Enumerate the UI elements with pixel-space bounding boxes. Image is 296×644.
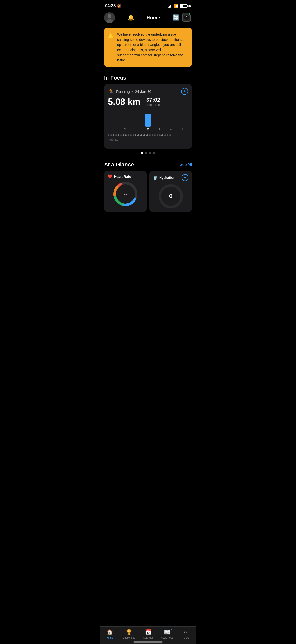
progress-dot — [133, 134, 134, 136]
stat-time: 37:02 Total Time — [146, 97, 160, 107]
bar-T2: T — [176, 112, 188, 131]
progress-dot — [146, 134, 148, 136]
heart-rate-header: ❤️ Heart Rate — [107, 174, 143, 179]
progress-dot — [130, 134, 132, 136]
app-header: 🔔 Home 🔄 10 — [100, 10, 196, 26]
svg-point-1 — [107, 14, 111, 18]
day-label-t1: T — [159, 128, 160, 131]
alert-banner: ⚠️ We have resolved the underlying issue… — [104, 28, 192, 67]
progress-dot — [157, 134, 158, 136]
watch-connected-dot — [189, 13, 191, 15]
status-time: 04:28 — [105, 4, 116, 8]
bar-F: F — [108, 112, 120, 131]
watch-icon[interactable]: 10 — [182, 13, 192, 22]
see-all-button[interactable]: See All — [180, 162, 192, 167]
progress-dot — [140, 134, 142, 136]
heart-rate-card[interactable]: ❤️ Heart Rate -- — [104, 171, 147, 212]
last4w-label: Last 4w — [108, 138, 188, 142]
heart-icon: ❤️ — [107, 174, 112, 179]
day-label-s2: S — [136, 128, 137, 131]
add-activity-button[interactable]: + — [181, 88, 188, 95]
day-label-s1: S — [124, 128, 126, 131]
progress-dot — [162, 134, 163, 136]
svg-text:0: 0 — [169, 192, 172, 200]
status-icons: 📶 35 — [168, 4, 191, 8]
running-icon: 🏃 — [108, 88, 114, 94]
day-label-w: W — [170, 128, 172, 131]
page-dot-2 — [145, 152, 147, 154]
progress-dot — [135, 134, 136, 136]
week-bars: F S S M T — [108, 111, 188, 131]
progress-dots — [108, 134, 188, 136]
battery-text: 35 — [188, 4, 191, 8]
at-a-glance-title: At a Glance — [104, 161, 134, 168]
heart-rate-label: ❤️ Heart Rate — [107, 174, 131, 179]
progress-dot — [120, 134, 122, 136]
heart-rate-text: Heart Rate — [114, 175, 131, 178]
activity-date: 24 Jan-30 — [135, 90, 151, 94]
heart-rate-gauge: -- — [107, 182, 143, 206]
progress-dot — [159, 134, 161, 136]
at-a-glance-header: At a Glance See All — [100, 158, 196, 171]
bar-T1: T — [154, 112, 165, 131]
hydration-label: 🥤 Hydration — [153, 175, 175, 180]
hydration-text: Hydration — [159, 176, 175, 180]
bar-S2: S — [131, 112, 142, 131]
progress-dot — [128, 134, 129, 136]
progress-dot — [143, 134, 145, 136]
hydration-card[interactable]: 🥤 Hydration + 0 — [149, 171, 192, 212]
in-focus-header: In Focus — [100, 71, 196, 84]
page-dot-1 — [141, 152, 143, 154]
page-indicators — [100, 152, 196, 154]
glance-grid: ❤️ Heart Rate -- 🥤 — [100, 171, 196, 212]
bell-icon[interactable]: 🔔 — [127, 14, 134, 21]
page-dot-4 — [153, 152, 155, 154]
progress-dot — [137, 134, 139, 136]
page-title: Home — [147, 15, 160, 21]
progress-dot — [152, 134, 153, 136]
warning-icon: ⚠️ — [108, 32, 114, 38]
activity-separator: • — [132, 90, 133, 94]
week-chart: F S S M T — [108, 111, 188, 142]
wifi-icon: 📶 — [174, 4, 179, 8]
svg-text:--: -- — [123, 191, 127, 197]
hydration-header: 🥤 Hydration + — [153, 174, 189, 181]
day-label-m: M — [147, 128, 149, 131]
bar-S1: S — [120, 112, 131, 131]
time-label: Total Time — [146, 103, 160, 106]
hydration-icon: 🥤 — [153, 175, 158, 180]
in-focus-title: In Focus — [104, 75, 126, 81]
progress-dot — [169, 134, 171, 136]
activity-label: 🏃 Running • 24 Jan-30 — [108, 88, 151, 94]
progress-dot — [113, 134, 114, 136]
activity-type: Running — [116, 90, 130, 94]
progress-dot — [154, 134, 156, 136]
progress-dot — [125, 134, 127, 136]
card-stats: 5.08 km 37:02 Total Time — [108, 97, 188, 107]
bar-M: M — [142, 112, 154, 131]
progress-dot — [118, 134, 119, 136]
refresh-icon[interactable]: 🔄 — [173, 14, 179, 21]
alert-text: We have resolved the underlying issue ca… — [117, 32, 188, 63]
progress-dot — [108, 134, 109, 136]
activity-card: 🏃 Running • 24 Jan-30 + 5.08 km 37:02 To… — [104, 84, 192, 148]
progress-dot — [110, 134, 112, 136]
bar-W: W — [165, 112, 177, 131]
progress-dot — [149, 134, 151, 136]
hydration-gauge: 0 — [153, 184, 189, 208]
day-label-f: F — [113, 128, 115, 131]
mute-icon: 🔕 — [117, 4, 121, 8]
signal-icon — [168, 4, 172, 8]
add-hydration-button[interactable]: + — [182, 174, 189, 181]
progress-dot — [115, 134, 117, 136]
status-bar: 04:28 🔕 📶 35 — [100, 0, 196, 10]
time-value: 37:02 — [146, 97, 160, 103]
battery-indicator: 35 — [180, 4, 191, 8]
page-dot-3 — [149, 152, 151, 154]
progress-dot — [164, 134, 166, 136]
avatar[interactable] — [104, 12, 115, 23]
progress-dot — [167, 134, 168, 136]
header-right: 🔄 10 — [173, 13, 192, 22]
distance-value: 5.08 km — [108, 97, 140, 107]
day-label-t2: T — [181, 128, 183, 131]
